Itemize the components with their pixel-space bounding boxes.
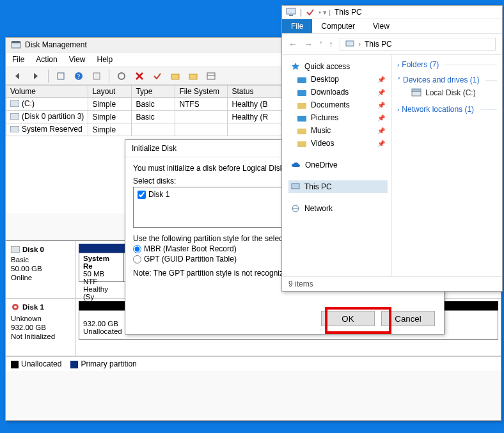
sidebar-videos[interactable]: Videos📌 [288, 137, 388, 150]
toolbar-list-icon[interactable] [204, 69, 218, 83]
disk1-label: Disk 1 Unknown 932.00 GB Not Initialized [6, 299, 76, 356]
disk0-segment-system-reserved[interactable]: System Re 50 MB NTF Healthy (Sy [79, 253, 124, 281]
svg-rect-11 [10, 100, 19, 107]
toolbar-help-icon[interactable]: ? [72, 69, 86, 83]
svg-point-16 [14, 306, 17, 308]
nav-history-icon[interactable]: ˅ [319, 41, 322, 48]
cloud-icon [291, 162, 301, 169]
nav-forward-icon[interactable]: → [304, 39, 313, 49]
ribbon-tabs: File Computer View [282, 19, 502, 34]
nav-back-icon[interactable]: ← [288, 39, 297, 49]
toolbar-folder2-icon[interactable] [186, 69, 200, 83]
toolbar-settings-icon[interactable] [114, 69, 129, 83]
explorer-content: ›Folders (7) ˅Devices and drives (1) Loc… [392, 55, 502, 276]
svg-rect-30 [412, 89, 421, 91]
legend-primary-partition: Primary partition [81, 359, 136, 368]
svg-rect-19 [346, 41, 354, 46]
svg-rect-12 [10, 113, 19, 120]
nav-bar: ← → ˅ ↑ › This PC [282, 34, 502, 55]
toolbar-back-icon[interactable] [11, 69, 25, 83]
sidebar-thispc[interactable]: This PC [288, 180, 388, 193]
svg-rect-17 [287, 8, 295, 14]
sidebar-quick-access[interactable]: Quick access [288, 60, 388, 73]
gpt-radio[interactable] [133, 255, 141, 264]
toolbar-folder-icon[interactable] [168, 69, 182, 83]
disk1-checkbox[interactable] [138, 191, 146, 199]
menu-help[interactable]: Help [97, 55, 113, 64]
window-title: This PC [335, 8, 362, 17]
col-type[interactable]: Type [132, 86, 175, 98]
group-folders[interactable]: ›Folders (7) [397, 59, 497, 70]
svg-rect-8 [189, 74, 197, 79]
folder-icon [297, 89, 306, 96]
svg-rect-26 [292, 184, 299, 189]
sidebar-downloads[interactable]: Downloads📌 [288, 86, 388, 98]
breadcrumb-pc-icon [345, 40, 354, 48]
sidebar-documents[interactable]: Documents📌 [288, 98, 388, 111]
cancel-button[interactable]: Cancel [381, 311, 435, 326]
pin-icon: 📌 [377, 127, 385, 134]
pin-icon: 📌 [377, 140, 385, 147]
explorer-statusbar: 9 items [282, 276, 502, 291]
svg-point-6 [118, 73, 125, 79]
ok-button[interactable]: OK [321, 311, 375, 326]
toolbar-check-icon[interactable] [150, 69, 164, 83]
sidebar-network[interactable]: Network [288, 202, 388, 215]
menu-action[interactable]: Action [36, 55, 57, 64]
sidebar-pictures[interactable]: Pictures📌 [288, 111, 388, 124]
pc-icon [286, 8, 296, 17]
col-filesystem[interactable]: File System [175, 86, 228, 98]
legend-row: Unallocated Primary partition [6, 356, 501, 371]
network-icon [291, 205, 300, 212]
col-volume[interactable]: Volume [6, 86, 88, 98]
disk0-label: Disk 0 Basic 50.00 GB Online [6, 241, 76, 298]
star-icon [291, 62, 300, 71]
toolbar-refresh-icon[interactable] [54, 69, 68, 83]
folder-icon [297, 127, 306, 134]
item-local-disk-c[interactable]: Local Disk (C:) [397, 86, 497, 100]
col-layout[interactable]: Layout [88, 86, 132, 98]
explorer-sidebar: Quick access Desktop📌Downloads📌Documents… [282, 55, 392, 276]
sidebar-desktop[interactable]: Desktop📌 [288, 73, 388, 86]
disk-icon [11, 246, 20, 253]
toolbar-delete-icon[interactable] [132, 69, 146, 83]
menu-file[interactable]: File [12, 55, 24, 64]
toolbar-forward-icon[interactable] [29, 69, 43, 83]
svg-rect-7 [171, 74, 179, 79]
svg-rect-9 [207, 73, 215, 79]
mbr-radio[interactable] [133, 245, 141, 253]
nav-up-icon[interactable]: ↑ [329, 39, 333, 49]
disk1-item-label: Disk 1 [148, 190, 169, 199]
ribbon-tab-computer[interactable]: Computer [312, 19, 364, 33]
dm-title: Disk Management [25, 40, 87, 49]
svg-rect-25 [297, 141, 306, 147]
svg-rect-29 [412, 91, 421, 96]
toolbar-properties-icon[interactable] [90, 69, 104, 83]
svg-rect-1 [12, 41, 20, 43]
menu-view[interactable]: View [69, 55, 86, 64]
svg-rect-18 [289, 15, 293, 16]
sidebar-music[interactable]: Music📌 [288, 124, 388, 137]
svg-rect-24 [297, 129, 306, 134]
svg-text:?: ? [77, 73, 81, 80]
svg-rect-0 [12, 43, 20, 48]
disk-management-icon [11, 40, 21, 49]
explorer-titlebar[interactable]: | ▪ ▾ | This PC [282, 6, 502, 19]
sidebar-onedrive[interactable]: OneDrive [288, 159, 388, 171]
legend-unallocated: Unallocated [21, 359, 61, 368]
svg-rect-14 [11, 246, 20, 253]
ribbon-tab-view[interactable]: View [364, 19, 398, 33]
svg-rect-13 [10, 126, 19, 132]
group-network-locations[interactable]: ›Network locations (1) [397, 104, 497, 115]
pin-icon: 📌 [377, 76, 385, 83]
ribbon-tab-file[interactable]: File [282, 19, 312, 33]
folder-icon [297, 76, 306, 83]
folder-icon [297, 102, 306, 109]
svg-rect-2 [58, 73, 64, 79]
svg-rect-21 [297, 90, 306, 96]
breadcrumb-thispc[interactable]: This PC [365, 40, 392, 49]
disk-unknown-icon [11, 303, 20, 311]
group-devices[interactable]: ˅Devices and drives (1) [397, 74, 497, 86]
check-icon [306, 8, 315, 17]
svg-rect-5 [93, 73, 100, 79]
